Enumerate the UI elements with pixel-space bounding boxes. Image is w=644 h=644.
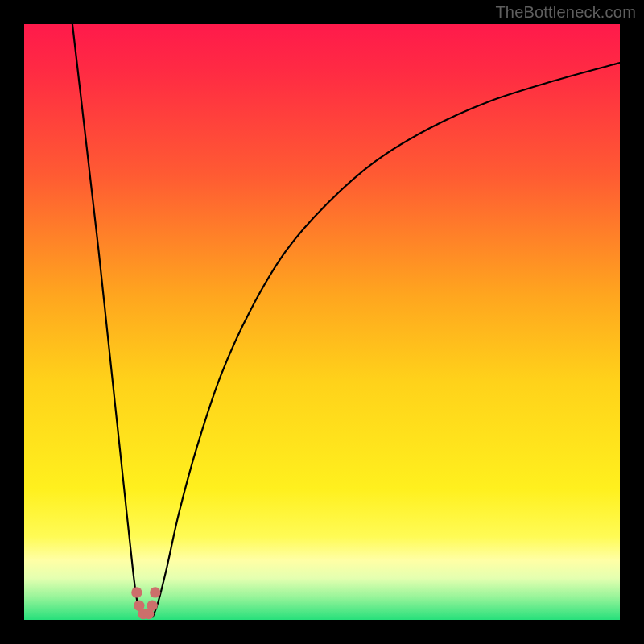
valley-marker <box>131 587 142 597</box>
valley-marker <box>150 587 160 597</box>
valley-marker <box>147 601 157 611</box>
chart-plot <box>24 24 620 620</box>
plot-background <box>24 24 620 620</box>
chart-frame: TheBottleneck.com <box>0 0 644 644</box>
watermark-text: TheBottleneck.com <box>495 3 636 22</box>
